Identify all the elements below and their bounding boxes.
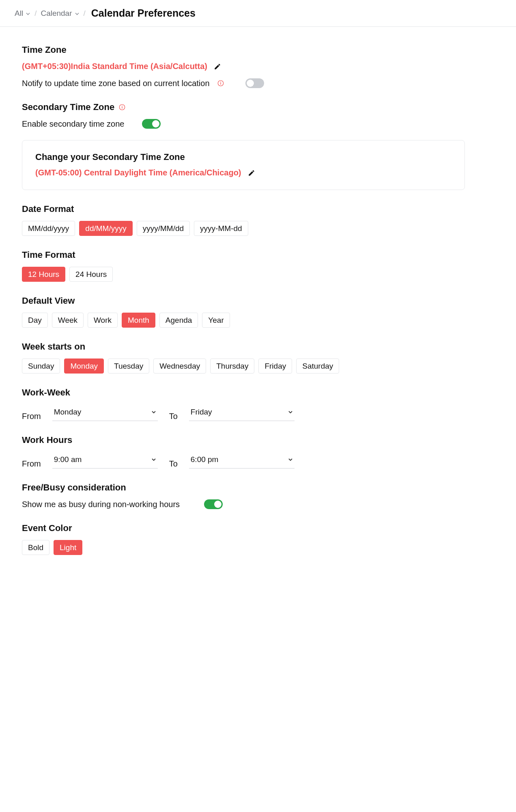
work-hours-from-value: 9:00 am [54, 455, 82, 464]
enable-secondary-tz-toggle[interactable] [142, 119, 161, 129]
info-icon[interactable] [118, 104, 126, 111]
week-starts-options: SundayMondayTuesdayWednesdayThursdayFrid… [22, 358, 465, 374]
event-color-options: BoldLight [22, 540, 465, 555]
work-week-to-select[interactable]: Friday [189, 404, 295, 421]
svg-rect-2 [220, 83, 221, 85]
free-busy-label: Show me as busy during non-working hours [22, 500, 180, 509]
default-view-option[interactable]: Month [122, 313, 155, 328]
work-week-from-label: From [22, 412, 41, 421]
enable-secondary-tz-label: Enable secondary time zone [22, 119, 124, 129]
breadcrumb-separator: / [34, 9, 37, 18]
date-format-option[interactable]: yyyy-MM-dd [194, 221, 248, 236]
breadcrumb-calendar[interactable]: Calendar [41, 9, 79, 18]
week-starts-option[interactable]: Monday [64, 358, 104, 374]
week-starts-option[interactable]: Wednesday [153, 358, 206, 374]
svg-point-1 [220, 82, 221, 82]
content: Time Zone (GMT+05:30)India Standard Time… [0, 27, 487, 587]
work-week-from-value: Monday [54, 408, 82, 417]
work-week-to-label: To [169, 412, 178, 421]
section-work-week-heading: Work-Week [22, 387, 465, 398]
work-hours-from-select[interactable]: 9:00 am [52, 452, 158, 469]
week-starts-option[interactable]: Saturday [296, 358, 339, 374]
free-busy-toggle[interactable] [204, 499, 223, 509]
time-format-option[interactable]: 24 Hours [69, 267, 113, 282]
date-format-option[interactable]: yyyy/MM/dd [137, 221, 190, 236]
date-format-option[interactable]: MM/dd/yyyy [22, 221, 75, 236]
section-free-busy-heading: Free/Busy consideration [22, 482, 465, 493]
chevron-down-icon [151, 457, 156, 462]
chevron-down-icon [288, 410, 293, 415]
info-icon[interactable] [217, 80, 224, 87]
event-color-option[interactable]: Light [54, 540, 82, 555]
section-time-format-heading: Time Format [22, 250, 465, 260]
week-starts-option[interactable]: Tuesday [108, 358, 149, 374]
default-view-option[interactable]: Agenda [159, 313, 198, 328]
secondary-tz-card: Change your Secondary Time Zone (GMT-05:… [22, 140, 465, 190]
breadcrumb: All / Calendar / Calendar Preferences [0, 0, 516, 27]
date-format-options: MM/dd/yyyydd/MM/yyyyyyyy/MM/ddyyyy-MM-dd [22, 221, 465, 236]
work-hours-to-label: To [169, 459, 178, 469]
work-week-from-select[interactable]: Monday [52, 404, 158, 421]
section-work-hours-heading: Work Hours [22, 435, 465, 445]
chevron-down-icon [75, 11, 80, 16]
work-hours-to-select[interactable]: 6:00 pm [189, 452, 295, 469]
pencil-edit-icon[interactable] [248, 169, 255, 177]
event-color-option[interactable]: Bold [22, 540, 49, 555]
pencil-edit-icon[interactable] [214, 63, 221, 70]
work-week-to-value: Friday [191, 408, 212, 417]
time-format-option[interactable]: 12 Hours [22, 267, 65, 282]
time-zone-value: (GMT+05:30)India Standard Time (Asia/Cal… [22, 62, 207, 71]
section-time-zone-heading: Time Zone [22, 45, 465, 55]
svg-rect-5 [122, 107, 123, 109]
notify-time-zone-row: Notify to update time zone based on curr… [22, 78, 465, 88]
chevron-down-icon [288, 457, 293, 462]
breadcrumb-all-label: All [15, 9, 23, 18]
default-view-option[interactable]: Week [52, 313, 84, 328]
notify-time-zone-toggle[interactable] [245, 78, 264, 88]
week-starts-option[interactable]: Sunday [22, 358, 60, 374]
page-title: Calendar Preferences [91, 7, 196, 19]
notify-time-zone-label: Notify to update time zone based on curr… [22, 79, 210, 88]
week-starts-option[interactable]: Thursday [210, 358, 254, 374]
default-view-option[interactable]: Work [88, 313, 118, 328]
time-zone-row: (GMT+05:30)India Standard Time (Asia/Cal… [22, 62, 465, 71]
breadcrumb-all[interactable]: All [15, 9, 30, 18]
section-date-format-heading: Date Format [22, 204, 465, 214]
work-hours-row: From 9:00 am To 6:00 pm [22, 452, 465, 469]
work-week-row: From Monday To Friday [22, 404, 465, 421]
chevron-down-icon [151, 410, 156, 415]
secondary-tz-card-heading: Change your Secondary Time Zone [35, 152, 452, 162]
breadcrumb-calendar-label: Calendar [41, 9, 72, 18]
time-format-options: 12 Hours24 Hours [22, 267, 465, 282]
work-hours-from-label: From [22, 459, 41, 469]
time-zone-link[interactable]: (GMT+05:30)India Standard Time (Asia/Cal… [22, 62, 207, 71]
date-format-option[interactable]: dd/MM/yyyy [79, 221, 132, 236]
work-hours-to-value: 6:00 pm [191, 455, 219, 464]
section-week-starts-on-heading: Week starts on [22, 341, 465, 352]
secondary-tz-value: (GMT-05:00) Central Daylight Time (Ameri… [35, 168, 241, 177]
enable-secondary-tz-row: Enable secondary time zone [22, 119, 465, 129]
secondary-tz-heading-label: Secondary Time Zone [22, 102, 114, 112]
section-event-color-heading: Event Color [22, 523, 465, 533]
default-view-option[interactable]: Day [22, 313, 48, 328]
section-default-view-heading: Default View [22, 296, 465, 306]
secondary-tz-link[interactable]: (GMT-05:00) Central Daylight Time (Ameri… [35, 168, 241, 177]
free-busy-row: Show me as busy during non-working hours [22, 499, 465, 509]
default-view-options: DayWeekWorkMonthAgendaYear [22, 313, 465, 328]
chevron-down-icon [26, 11, 30, 16]
svg-point-4 [122, 106, 123, 106]
section-secondary-tz-heading: Secondary Time Zone [22, 102, 465, 112]
default-view-option[interactable]: Year [202, 313, 230, 328]
breadcrumb-separator: / [84, 9, 86, 18]
week-starts-option[interactable]: Friday [258, 358, 292, 374]
